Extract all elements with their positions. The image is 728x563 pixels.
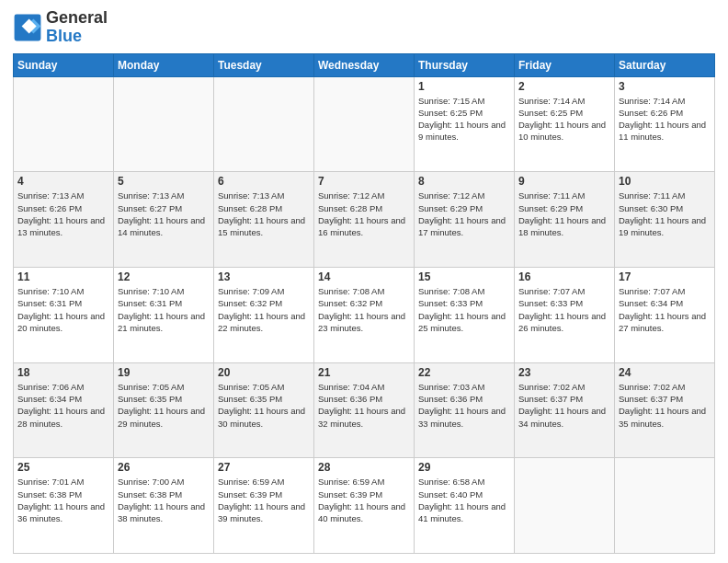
- day-number: 7: [318, 175, 410, 188]
- day-info: Sunrise: 7:06 AM Sunset: 6:34 PM Dayligh…: [17, 381, 109, 430]
- calendar-day: 3Sunrise: 7:14 AM Sunset: 6:26 PM Daylig…: [615, 76, 715, 172]
- calendar-day: 5Sunrise: 7:13 AM Sunset: 6:27 PM Daylig…: [114, 172, 214, 268]
- calendar-header-row: SundayMondayTuesdayWednesdayThursdayFrid…: [14, 53, 715, 76]
- calendar-day: 9Sunrise: 7:11 AM Sunset: 6:29 PM Daylig…: [515, 172, 615, 268]
- calendar-header-wednesday: Wednesday: [314, 53, 415, 76]
- calendar-day: 29Sunrise: 6:58 AM Sunset: 6:40 PM Dayli…: [415, 458, 515, 554]
- calendar-day: 15Sunrise: 7:08 AM Sunset: 6:33 PM Dayli…: [415, 267, 515, 362]
- calendar-day: 28Sunrise: 6:59 AM Sunset: 6:39 PM Dayli…: [314, 458, 415, 554]
- calendar-day: 24Sunrise: 7:02 AM Sunset: 6:37 PM Dayli…: [615, 362, 715, 458]
- calendar-day: 12Sunrise: 7:10 AM Sunset: 6:31 PM Dayli…: [114, 267, 214, 362]
- calendar-header-tuesday: Tuesday: [214, 53, 314, 76]
- calendar-day: 4Sunrise: 7:13 AM Sunset: 6:26 PM Daylig…: [14, 172, 114, 268]
- day-number: 6: [218, 175, 310, 188]
- day-info: Sunrise: 7:12 AM Sunset: 6:29 PM Dayligh…: [418, 190, 510, 238]
- day-number: 21: [318, 366, 410, 379]
- calendar-week-row: 1Sunrise: 7:15 AM Sunset: 6:25 PM Daylig…: [14, 76, 715, 172]
- day-info: Sunrise: 7:02 AM Sunset: 6:37 PM Dayligh…: [518, 381, 610, 430]
- calendar-day: [14, 76, 114, 172]
- logo-line2: Blue: [46, 28, 108, 46]
- calendar-day: 8Sunrise: 7:12 AM Sunset: 6:29 PM Daylig…: [415, 172, 515, 268]
- day-info: Sunrise: 7:08 AM Sunset: 6:32 PM Dayligh…: [318, 285, 410, 334]
- day-number: 18: [17, 366, 109, 379]
- logo-icon: [13, 13, 42, 42]
- day-number: 22: [418, 366, 510, 379]
- calendar-week-row: 18Sunrise: 7:06 AM Sunset: 6:34 PM Dayli…: [14, 362, 715, 458]
- day-info: Sunrise: 7:14 AM Sunset: 6:26 PM Dayligh…: [619, 95, 711, 144]
- calendar-day: 7Sunrise: 7:12 AM Sunset: 6:28 PM Daylig…: [314, 172, 415, 268]
- day-number: 29: [418, 461, 510, 474]
- calendar-day: 17Sunrise: 7:07 AM Sunset: 6:34 PM Dayli…: [615, 267, 715, 362]
- day-info: Sunrise: 7:13 AM Sunset: 6:26 PM Dayligh…: [17, 190, 109, 238]
- calendar-day: 27Sunrise: 6:59 AM Sunset: 6:39 PM Dayli…: [214, 458, 314, 554]
- logo-text: General Blue: [46, 9, 108, 46]
- calendar-header-sunday: Sunday: [14, 53, 114, 76]
- day-number: 16: [518, 270, 610, 283]
- day-number: 13: [218, 270, 310, 283]
- calendar-day: 11Sunrise: 7:10 AM Sunset: 6:31 PM Dayli…: [14, 267, 114, 362]
- calendar-day: 16Sunrise: 7:07 AM Sunset: 6:33 PM Dayli…: [515, 267, 615, 362]
- calendar-day: 1Sunrise: 7:15 AM Sunset: 6:25 PM Daylig…: [415, 76, 515, 172]
- calendar-header-monday: Monday: [114, 53, 214, 76]
- calendar-week-row: 25Sunrise: 7:01 AM Sunset: 6:38 PM Dayli…: [14, 458, 715, 554]
- day-info: Sunrise: 7:01 AM Sunset: 6:38 PM Dayligh…: [17, 476, 109, 524]
- day-info: Sunrise: 6:58 AM Sunset: 6:40 PM Dayligh…: [418, 476, 510, 524]
- day-info: Sunrise: 7:13 AM Sunset: 6:27 PM Dayligh…: [118, 190, 210, 238]
- day-number: 12: [118, 270, 210, 283]
- day-number: 3: [619, 80, 711, 93]
- calendar-day: 25Sunrise: 7:01 AM Sunset: 6:38 PM Dayli…: [14, 458, 114, 554]
- day-number: 24: [619, 366, 711, 379]
- day-info: Sunrise: 6:59 AM Sunset: 6:39 PM Dayligh…: [318, 476, 410, 524]
- calendar-day: 21Sunrise: 7:04 AM Sunset: 6:36 PM Dayli…: [314, 362, 415, 458]
- calendar-day: 14Sunrise: 7:08 AM Sunset: 6:32 PM Dayli…: [314, 267, 415, 362]
- day-number: 28: [318, 461, 410, 474]
- day-info: Sunrise: 7:13 AM Sunset: 6:28 PM Dayligh…: [218, 190, 310, 238]
- day-info: Sunrise: 7:00 AM Sunset: 6:38 PM Dayligh…: [118, 476, 210, 524]
- calendar-day: 20Sunrise: 7:05 AM Sunset: 6:35 PM Dayli…: [214, 362, 314, 458]
- calendar-week-row: 11Sunrise: 7:10 AM Sunset: 6:31 PM Dayli…: [14, 267, 715, 362]
- logo-line1: General: [46, 9, 108, 28]
- calendar-day: 6Sunrise: 7:13 AM Sunset: 6:28 PM Daylig…: [214, 172, 314, 268]
- day-info: Sunrise: 7:11 AM Sunset: 6:30 PM Dayligh…: [619, 190, 711, 238]
- day-number: 8: [418, 175, 510, 188]
- day-info: Sunrise: 7:09 AM Sunset: 6:32 PM Dayligh…: [218, 285, 310, 334]
- day-number: 27: [218, 461, 310, 474]
- day-number: 4: [17, 175, 109, 188]
- calendar-day: 22Sunrise: 7:03 AM Sunset: 6:36 PM Dayli…: [415, 362, 515, 458]
- calendar-day: 10Sunrise: 7:11 AM Sunset: 6:30 PM Dayli…: [615, 172, 715, 268]
- calendar-header-thursday: Thursday: [415, 53, 515, 76]
- day-number: 10: [619, 175, 711, 188]
- day-number: 20: [218, 366, 310, 379]
- day-info: Sunrise: 7:07 AM Sunset: 6:33 PM Dayligh…: [518, 285, 610, 334]
- day-number: 5: [118, 175, 210, 188]
- calendar-day: [314, 76, 415, 172]
- day-number: 17: [619, 270, 711, 283]
- day-info: Sunrise: 7:11 AM Sunset: 6:29 PM Dayligh…: [518, 190, 610, 238]
- calendar-day: 2Sunrise: 7:14 AM Sunset: 6:25 PM Daylig…: [515, 76, 615, 172]
- day-number: 9: [518, 175, 610, 188]
- day-info: Sunrise: 7:08 AM Sunset: 6:33 PM Dayligh…: [418, 285, 510, 334]
- page: General Blue SundayMondayTuesdayWednesda…: [0, 0, 728, 563]
- calendar-table: SundayMondayTuesdayWednesdayThursdayFrid…: [13, 53, 715, 554]
- day-number: 25: [17, 461, 109, 474]
- day-info: Sunrise: 7:02 AM Sunset: 6:37 PM Dayligh…: [619, 381, 711, 430]
- calendar-day: 23Sunrise: 7:02 AM Sunset: 6:37 PM Dayli…: [515, 362, 615, 458]
- day-number: 2: [518, 80, 610, 93]
- day-info: Sunrise: 7:12 AM Sunset: 6:28 PM Dayligh…: [318, 190, 410, 238]
- calendar-header-saturday: Saturday: [615, 53, 715, 76]
- calendar-day: [515, 458, 615, 554]
- day-number: 23: [518, 366, 610, 379]
- day-info: Sunrise: 7:05 AM Sunset: 6:35 PM Dayligh…: [218, 381, 310, 430]
- calendar-day: 19Sunrise: 7:05 AM Sunset: 6:35 PM Dayli…: [114, 362, 214, 458]
- calendar-header-friday: Friday: [515, 53, 615, 76]
- calendar-day: 13Sunrise: 7:09 AM Sunset: 6:32 PM Dayli…: [214, 267, 314, 362]
- day-number: 14: [318, 270, 410, 283]
- calendar-day: [214, 76, 314, 172]
- calendar-day: 26Sunrise: 7:00 AM Sunset: 6:38 PM Dayli…: [114, 458, 214, 554]
- day-info: Sunrise: 7:14 AM Sunset: 6:25 PM Dayligh…: [518, 95, 610, 144]
- calendar-day: [615, 458, 715, 554]
- day-number: 1: [418, 80, 510, 93]
- day-info: Sunrise: 7:05 AM Sunset: 6:35 PM Dayligh…: [118, 381, 210, 430]
- day-info: Sunrise: 7:04 AM Sunset: 6:36 PM Dayligh…: [318, 381, 410, 430]
- day-info: Sunrise: 7:07 AM Sunset: 6:34 PM Dayligh…: [619, 285, 711, 334]
